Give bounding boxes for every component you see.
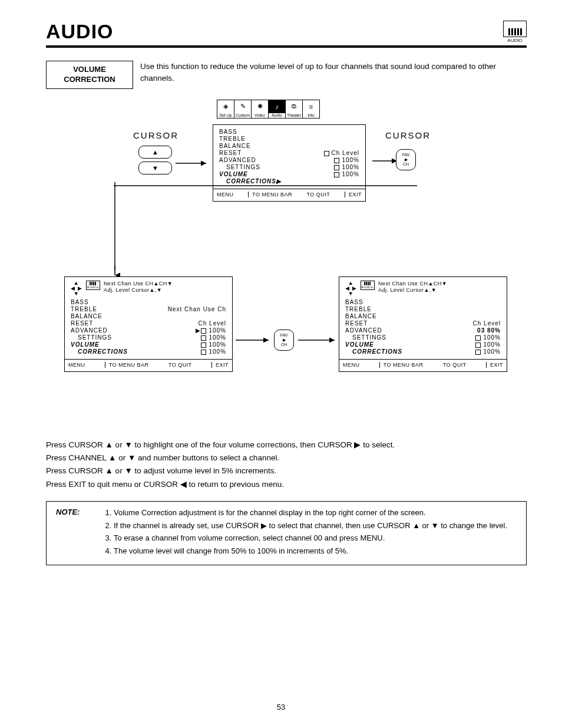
mini-audio-icon: Audio	[361, 281, 375, 290]
page-number: 53	[0, 703, 562, 711]
menu-bar-theater[interactable]: ⧉Theater	[286, 100, 303, 118]
page-title: AUDIO	[46, 20, 114, 43]
diagram: ◈Set Up ✎Custom ✺Video ♪Audio ⧉Theater ≡…	[46, 100, 527, 430]
osd-screen-2: ▲◀ ▶▼ Audio Next Chan Use CH▲CH▼Adj. Lev…	[64, 276, 233, 372]
menu-bar-custom[interactable]: ✎Custom	[234, 100, 252, 118]
osd-exit-button[interactable]: EXIT	[486, 362, 503, 368]
cursor-label-right: CURSOR	[385, 130, 431, 140]
osd-exit-button[interactable]: EXIT	[345, 192, 362, 197]
menu-bar-setup[interactable]: ◈Set Up	[217, 100, 234, 118]
osd-menu-button[interactable]: MENU	[68, 362, 85, 368]
fav-ch-button-1[interactable]: FAV▶CH	[396, 149, 416, 170]
menu-bar-audio[interactable]: ♪Audio	[269, 100, 286, 118]
menu-bar-video[interactable]: ✺Video	[252, 100, 269, 118]
menu-bar-info[interactable]: ≡Info	[303, 100, 319, 118]
note-box: NOTE: Volume Correction adjustment is fo…	[46, 501, 527, 565]
instructions: Press CURSOR ▲ or ▼ to highlight one of …	[46, 439, 527, 490]
menu-bar: ◈Set Up ✎Custom ✺Video ♪Audio ⧉Theater ≡…	[217, 100, 320, 118]
cursor-down-button[interactable]: ▼	[138, 162, 172, 174]
audio-section-icon: AUDIO	[503, 21, 527, 43]
nav-arrows-icon: ▲◀ ▶▼	[71, 281, 82, 297]
osd-menu-button[interactable]: MENU	[343, 362, 360, 368]
cursor-label-left: CURSOR	[133, 130, 178, 140]
section-description: Use this function to reduce the volume l…	[140, 61, 527, 84]
osd-screen-3: ▲◀ ▶▼ Audio Next Chan Use CH▲CH▼Adj. Lev…	[339, 276, 507, 372]
cursor-up-button[interactable]: ▲	[138, 146, 172, 159]
osd-exit-button[interactable]: EXIT	[211, 362, 229, 368]
section-label-volume-correction: VOLUME CORRECTION	[46, 61, 133, 89]
nav-arrows-icon: ▲◀ ▶▼	[345, 281, 357, 297]
mini-audio-icon: Audio	[86, 281, 100, 290]
osd-menu-button[interactable]: MENU	[217, 192, 234, 197]
fav-ch-button-2[interactable]: FAV▶CH	[274, 330, 294, 351]
